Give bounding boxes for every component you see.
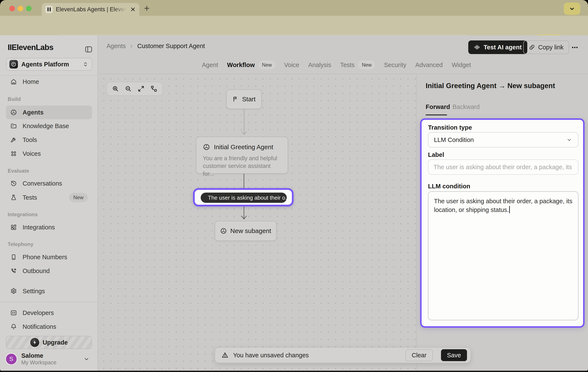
test-ai-agent-label: Test AI agent [483, 44, 522, 51]
sidebar-section-evaluate: Evaluate [8, 168, 29, 174]
sidebar-item-tests[interactable]: Tests New [6, 191, 92, 204]
copy-link-button[interactable]: Copy link [523, 40, 569, 54]
label-field-label: Label [428, 151, 444, 158]
user-workspace: My Workspace [21, 359, 56, 366]
new-subagent-node[interactable]: New subagent [215, 221, 276, 241]
edge-label-selected[interactable]: The user is asking about their o... [193, 188, 294, 206]
subagent-node-label: New subagent [230, 227, 271, 234]
sidebar-item-label: Integrations [22, 224, 55, 231]
sidebar-section-integrations: Integrations [8, 211, 38, 218]
llm-condition-text: The user is asking about their order, a … [434, 198, 572, 213]
sidebar-item-outbound[interactable]: Outbound [6, 264, 92, 278]
sidebar-item-label: Phone Numbers [22, 254, 67, 261]
sidebar-item-phone-numbers[interactable]: Phone Numbers [6, 250, 92, 264]
gear-icon [10, 288, 17, 294]
code-icon [10, 310, 17, 316]
sidebar-item-knowledge-base[interactable]: Knowledge Base [6, 119, 92, 133]
transition-type-select[interactable]: LLM Condition [428, 132, 578, 148]
elevenlabs-favicon [45, 6, 53, 13]
upgrade-button[interactable]: Upgrade [6, 336, 92, 349]
tab-voice[interactable]: Voice [284, 61, 299, 69]
sidebar-item-home[interactable]: Home [6, 75, 92, 89]
tab-list-button[interactable] [564, 2, 580, 15]
workspace-selector[interactable]: Agents Platform [6, 58, 92, 71]
sidebar-item-conversations[interactable]: Conversations [6, 177, 92, 190]
sidebar-section-telephony: Telephony [8, 241, 33, 247]
tab-backward[interactable]: Backward [452, 103, 480, 111]
sidebar-item-voices[interactable]: Voices [6, 147, 92, 161]
workflow-new-badge: New [259, 60, 275, 69]
collapse-sidebar-icon[interactable] [84, 45, 93, 54]
transition-type-label: Transition type [428, 124, 472, 131]
warning-icon [221, 352, 228, 359]
browser-window: ElevenLabs Agents | ElevenLa elevenlabs. [0, 0, 588, 372]
agent-node-subtitle: You are a friendly and helpful [203, 154, 281, 162]
zoom-in-icon[interactable] [112, 85, 119, 92]
tests-new-badge-header: New [358, 60, 375, 69]
agents-platform-icon [9, 60, 18, 69]
clear-button[interactable]: Clear [405, 349, 433, 361]
minimize-window-button[interactable] [18, 6, 23, 11]
forward-tab-indicator [426, 114, 447, 115]
zoom-out-icon[interactable] [125, 85, 132, 92]
agent-face-icon [220, 228, 227, 234]
text-cursor [509, 206, 510, 213]
agent-face-icon [10, 109, 17, 116]
phone-device-icon [10, 254, 17, 261]
blocks-icon [10, 224, 17, 231]
tests-new-badge: New [69, 193, 88, 202]
lightning-icon [30, 338, 39, 347]
elevenlabs-logo: IIElevenLabs [8, 43, 53, 52]
history-icon [10, 180, 17, 187]
save-button[interactable]: Save [441, 349, 467, 361]
chevron-up-down-icon [82, 61, 89, 68]
chevron-down-icon [83, 356, 90, 362]
canvas-panel-divider [416, 74, 417, 371]
initial-greeting-agent-node[interactable]: Initial Greeting Agent You are a friendl… [196, 137, 288, 174]
label-input[interactable] [428, 159, 578, 175]
more-options-icon[interactable] [570, 44, 579, 51]
sidebar-item-notifications[interactable]: Notifications [6, 320, 92, 333]
tab-agent[interactable]: Agent [202, 61, 218, 69]
tab-advanced[interactable]: Advanced [415, 61, 443, 69]
browser-tab[interactable]: ElevenLabs Agents | ElevenLa [42, 3, 139, 16]
voices-icon [10, 150, 17, 157]
tab-workflow[interactable]: Workflow [227, 61, 255, 69]
home-icon [10, 78, 17, 85]
llm-condition-textarea[interactable]: The user is asking about their order, a … [428, 191, 578, 320]
agent-node-subtitle: customer service assistant for... [203, 162, 281, 178]
waveform-icon [474, 44, 480, 50]
sidebar-item-developers[interactable]: Developers [6, 306, 92, 320]
sidebar-item-settings[interactable]: Settings [6, 284, 92, 298]
browser-toolbar: elevenlabs.io/app/agents/agents/agent_25… [0, 16, 588, 35]
tab-widget[interactable]: Widget [452, 61, 471, 69]
breadcrumb: Agents Customer Support Agent [106, 42, 205, 50]
workspace-selector-label: Agents Platform [21, 61, 79, 68]
tab-forward[interactable]: Forward [426, 103, 450, 111]
auto-layout-icon[interactable] [150, 85, 158, 92]
close-window-button[interactable] [9, 6, 15, 11]
edge-condition-pill[interactable]: The user is asking about their o... [201, 193, 287, 203]
new-tab-button[interactable] [143, 5, 150, 12]
user-name: Salome [21, 352, 56, 359]
breadcrumb-agents[interactable]: Agents [106, 42, 126, 50]
tab-tests[interactable]: Tests [340, 61, 355, 69]
user-menu[interactable]: S Salome My Workspace [5, 352, 93, 366]
sidebar-item-label: Outbound [22, 268, 50, 274]
sidebar-item-agents[interactable]: Agents [6, 106, 92, 119]
bell-icon [10, 323, 17, 330]
fit-view-icon[interactable] [137, 85, 145, 92]
close-tab-icon[interactable] [130, 6, 136, 12]
edge-label-text: The user is asking about their o... [208, 194, 290, 201]
start-node[interactable]: Start [226, 89, 262, 109]
sidebar-item-tools[interactable]: Tools [6, 133, 92, 147]
tab-analysis[interactable]: Analysis [308, 61, 331, 69]
sidebar-item-integrations[interactable]: Integrations [6, 221, 92, 234]
test-ai-agent-button[interactable]: Test AI agent [468, 40, 527, 54]
transition-panel-title: Initial Greeting Agent → New subagent [426, 82, 583, 90]
toast-message: You have unsaved changes [233, 352, 309, 359]
wrench-icon [10, 136, 17, 143]
tab-security[interactable]: Security [384, 61, 406, 69]
fullscreen-window-button[interactable] [26, 6, 32, 11]
outbound-call-icon [10, 268, 17, 274]
